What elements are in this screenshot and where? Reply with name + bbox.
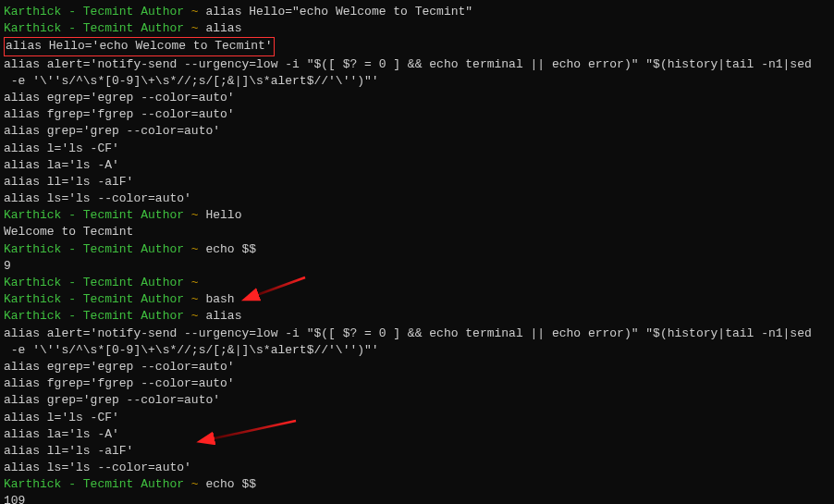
output-text: alias alert='notify-send --urgency=low -… [4,326,812,340]
terminal-line: alias ll='ls -alF' [4,443,830,460]
terminal-line: Karthick - Tecmint Author ~ echo $$ [4,476,830,493]
terminal-line: Welcome to Tecmint [4,224,830,240]
output-text: alias fgrep='fgrep --color=auto' [4,107,235,121]
shell-prompt: Karthick - Tecmint Author [4,21,191,35]
output-text: alias grep='grep --color=auto' [4,124,220,138]
shell-prompt: Karthick - Tecmint Author [4,5,191,18]
terminal-line: 9 [4,258,830,275]
highlighted-output: alias Hello='echo Welcome to Tecmint' [4,37,275,55]
terminal-line: alias fgrep='fgrep --color=auto' [4,106,830,123]
terminal-line: alias la='ls -A' [4,157,830,174]
terminal-line: Karthick - Tecmint Author ~ alias Hello=… [4,4,830,20]
terminal-line: alias grep='grep --color=auto' [4,123,830,140]
shell-prompt: Karthick - Tecmint Author [4,208,191,222]
output-text: alias la='ls -A' [4,158,119,172]
terminal-line: -e '\''s/^\s*[0-9]\+\s*//;s/[;&|]\s*aler… [4,342,830,359]
command-text: bash [205,292,234,306]
terminal-line: Karthick - Tecmint Author ~ echo $$ [4,241,830,258]
terminal-line: alias Hello='echo Welcome to Tecmint' [4,37,830,55]
output-text: alias grep='grep --color=auto' [4,393,220,407]
terminal-line: alias l='ls -CF' [4,141,830,157]
terminal-line: alias la='ls -A' [4,426,830,443]
output-text: alias egrep='egrep --color=auto' [4,91,235,104]
output-text: alias fgrep='fgrep --color=auto' [4,376,235,390]
terminal-line: alias grep='grep --color=auto' [4,392,830,409]
prompt-tilde: ~ [191,208,206,222]
terminal-line: Karthick - Tecmint Author ~ alias [4,20,830,37]
output-text: alias l='ls -CF' [4,411,119,424]
terminal-line: Karthick - Tecmint Author ~ Hello [4,207,830,224]
terminal-line: alias ls='ls --color=auto' [4,460,830,476]
output-text: alias ll='ls -alF' [4,175,133,189]
prompt-tilde: ~ [191,5,206,18]
prompt-tilde: ~ [191,242,206,256]
command-text: Hello [205,208,241,222]
terminal-line: 109 [4,493,830,504]
prompt-tilde: ~ [191,477,206,491]
prompt-tilde: ~ [191,292,206,306]
shell-prompt: Karthick - Tecmint Author [4,309,191,323]
terminal-output[interactable]: Karthick - Tecmint Author ~ alias Hello=… [4,4,830,504]
output-text: alias ll='ls -alF' [4,444,133,458]
output-text: alias ls='ls --color=auto' [4,461,191,474]
terminal-line: alias l='ls -CF' [4,410,830,426]
output-text: alias egrep='egrep --color=auto' [4,360,235,374]
output-text: alias l='ls -CF' [4,141,119,155]
terminal-line: alias ll='ls -alF' [4,174,830,191]
terminal-line: alias alert='notify-send --urgency=low -… [4,56,830,73]
terminal-line: alias alert='notify-send --urgency=low -… [4,326,830,342]
terminal-line: -e '\''s/^\s*[0-9]\+\s*//;s/[;&|]\s*aler… [4,73,830,90]
output-text: 9 [4,259,11,273]
prompt-tilde: ~ [191,309,206,323]
output-text: -e '\''s/^\s*[0-9]\+\s*//;s/[;&|]\s*aler… [4,343,379,357]
shell-prompt: Karthick - Tecmint Author [4,242,191,256]
terminal-line: alias egrep='egrep --color=auto' [4,90,830,106]
shell-prompt: Karthick - Tecmint Author [4,477,191,491]
shell-prompt: Karthick - Tecmint Author [4,292,191,306]
output-text: alias alert='notify-send --urgency=low -… [4,57,812,71]
terminal-line: Karthick - Tecmint Author ~ alias [4,308,830,325]
command-text: alias Hello="echo Welcome to Tecmint" [205,5,472,18]
terminal-line: Karthick - Tecmint Author ~ bash [4,291,830,308]
terminal-line: alias egrep='egrep --color=auto' [4,359,830,375]
output-text: 109 [4,494,25,504]
command-text: alias [205,309,241,323]
terminal-line: alias fgrep='fgrep --color=auto' [4,375,830,392]
output-text: alias la='ls -A' [4,427,119,441]
output-text: Welcome to Tecmint [4,225,133,239]
prompt-tilde: ~ [191,21,206,35]
prompt-tilde: ~ [191,276,206,289]
output-text: alias ls='ls --color=auto' [4,191,191,205]
output-text: -e '\''s/^\s*[0-9]\+\s*//;s/[;&|]\s*aler… [4,74,379,88]
command-text: echo $$ [205,242,256,256]
command-text: echo $$ [205,477,256,491]
terminal-line: Karthick - Tecmint Author ~ [4,275,830,291]
command-text: alias [205,21,241,35]
shell-prompt: Karthick - Tecmint Author [4,276,191,289]
terminal-line: alias ls='ls --color=auto' [4,191,830,207]
